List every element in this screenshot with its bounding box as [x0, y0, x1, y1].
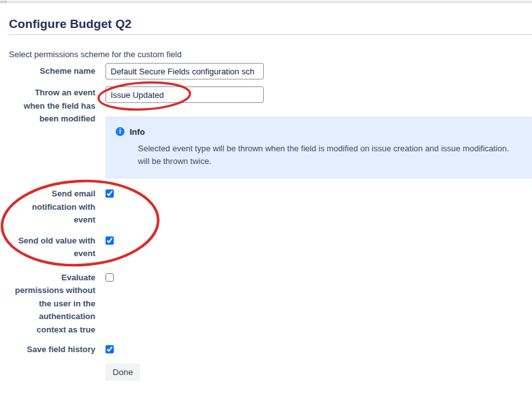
evaluate-permissions-row: Evaluate permissions without the user in… [9, 271, 532, 337]
send-email-label: Send email notification with event [9, 188, 95, 227]
top-scrollbar [0, 1, 532, 3]
page-title: Configure Budget Q2 [9, 0, 532, 31]
throw-event-input[interactable] [106, 86, 264, 103]
send-email-checkbox[interactable] [106, 189, 114, 198]
save-field-history-label: Save field history [9, 343, 95, 357]
send-old-value-label: Send old value with event [9, 235, 95, 261]
send-old-value-row: Send old value with event [9, 235, 532, 261]
scheme-name-input[interactable] [106, 63, 264, 79]
evaluate-permissions-checkbox[interactable] [106, 273, 114, 282]
send-email-row: Send email notification with event [9, 188, 532, 227]
info-box: Info Selected event type will be thrown … [106, 116, 532, 179]
save-field-history-row: Save field history [9, 343, 532, 357]
info-title: Info [130, 127, 145, 137]
intro-text: Select permissions scheme for the custom… [9, 49, 532, 60]
permissions-scheme-form: Scheme name Throw an event when the fiel… [9, 63, 532, 381]
send-old-value-checkbox[interactable] [106, 236, 114, 245]
save-field-history-checkbox[interactable] [106, 345, 114, 353]
title-divider [9, 34, 532, 35]
info-icon [116, 127, 125, 136]
evaluate-permissions-label: Evaluate permissions without the user in… [9, 271, 95, 337]
info-body-text: Selected event type will be thrown when … [138, 142, 532, 168]
configure-field-page: Configure Budget Q2 Select permissions s… [0, 0, 532, 381]
scheme-name-row: Scheme name [9, 63, 532, 79]
done-button[interactable]: Done [106, 364, 140, 381]
throw-event-row: Throw an event when the field has been m… [9, 86, 532, 179]
scheme-name-label: Scheme name [9, 63, 95, 78]
scrollbar-thumb[interactable] [0, 1, 7, 3]
throw-event-label: Throw an event when the field has been m… [9, 86, 95, 126]
